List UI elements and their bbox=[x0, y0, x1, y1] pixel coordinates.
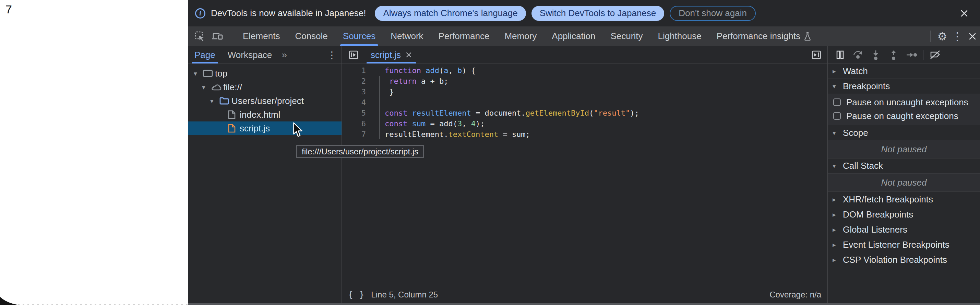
chevron-right-icon[interactable]: ▸ bbox=[832, 241, 843, 249]
chevron-right-icon[interactable]: ▸ bbox=[832, 67, 843, 75]
cursor-position: Line 5, Column 25 bbox=[371, 290, 438, 300]
frame-icon bbox=[203, 69, 215, 78]
hide-navigator-icon[interactable] bbox=[346, 47, 361, 62]
navigator-tab-page[interactable]: Page bbox=[188, 46, 221, 64]
dont-show-again-button[interactable]: Don't show again bbox=[670, 6, 756, 21]
partial-cursor bbox=[0, 297, 20, 305]
pretty-print-icon[interactable]: { } bbox=[348, 290, 365, 300]
devtools-tabbar: Elements Console Sources Network Perform… bbox=[188, 26, 980, 46]
chevron-down-icon[interactable]: ▾ bbox=[832, 129, 843, 137]
mouse-cursor bbox=[292, 122, 303, 138]
section-dom-breakpoints[interactable]: ▸ DOM Breakpoints bbox=[828, 207, 980, 222]
screen: 7 i DevTools is now available in Japanes… bbox=[0, 0, 980, 305]
devtools-close-icon[interactable] bbox=[965, 29, 980, 44]
device-toolbar-icon[interactable] bbox=[210, 29, 225, 44]
tab-sources[interactable]: Sources bbox=[336, 26, 383, 46]
tree-item-project-folder[interactable]: ▾ Users/user/project bbox=[188, 94, 342, 108]
code-line: 1 function add(a, b) { bbox=[342, 65, 827, 76]
editor-statusbar: { } Line 5, Column 25 Coverage: n/a bbox=[342, 286, 827, 303]
chevron-right-icon[interactable]: ▸ bbox=[832, 256, 843, 264]
tree-item-index-html[interactable]: index.html bbox=[188, 108, 342, 121]
step-icon[interactable] bbox=[902, 47, 920, 62]
checkbox-unchecked[interactable] bbox=[833, 99, 841, 106]
cloud-icon bbox=[211, 83, 223, 91]
code-line: 2 return a + b; bbox=[342, 76, 827, 86]
divider bbox=[930, 30, 931, 42]
infobar-message: DevTools is now available in Japanese! bbox=[211, 8, 366, 19]
file-tab-script-js[interactable]: script.js bbox=[364, 46, 418, 64]
code-editor[interactable]: 1 function add(a, b) { 2 return a + b; 3… bbox=[342, 64, 827, 286]
navigator-tab-workspace[interactable]: Workspace bbox=[221, 46, 278, 64]
pause-caught-row[interactable]: Pause on caught exceptions bbox=[828, 109, 980, 123]
tree-item-script-js[interactable]: script.js bbox=[188, 121, 342, 135]
chevron-down-icon[interactable]: ▾ bbox=[194, 70, 203, 78]
tree-item-file-protocol[interactable]: ▾ file:// bbox=[188, 80, 342, 94]
more-tabs-icon[interactable]: » bbox=[278, 50, 290, 61]
tab-network[interactable]: Network bbox=[383, 26, 431, 46]
kebab-menu-icon[interactable]: ⋮ bbox=[950, 29, 965, 44]
step-into-icon[interactable] bbox=[867, 47, 885, 62]
switch-to-japanese-button[interactable]: Switch DevTools to Japanese bbox=[531, 6, 665, 21]
language-infobar: i DevTools is now available in Japanese!… bbox=[188, 0, 980, 26]
section-scope[interactable]: ▾ Scope bbox=[828, 125, 980, 141]
debugger-sidebar: ▸ Watch ▾ Breakpoints Pause on uncaught … bbox=[827, 46, 980, 303]
debugger-toolbar bbox=[828, 46, 980, 64]
pause-script-icon[interactable] bbox=[831, 47, 849, 62]
section-event-listener-breakpoints[interactable]: ▸ Event Listener Breakpoints bbox=[828, 237, 980, 252]
step-over-icon[interactable] bbox=[849, 47, 867, 62]
section-csp-violation-breakpoints[interactable]: ▸ CSP Violation Breakpoints bbox=[828, 252, 980, 267]
scope-content: Not paused bbox=[828, 141, 980, 158]
settings-gear-icon[interactable]: ⚙ bbox=[935, 29, 950, 44]
file-path-tooltip: file:///Users/user/project/script.js bbox=[296, 145, 424, 158]
section-xhr-breakpoints[interactable]: ▸ XHR/fetch Breakpoints bbox=[828, 192, 980, 207]
always-match-language-button[interactable]: Always match Chrome's language bbox=[375, 6, 526, 21]
code-line: 5 const resultElement = document.getElem… bbox=[342, 108, 827, 118]
chevron-down-icon[interactable]: ▾ bbox=[832, 162, 843, 170]
close-tab-icon[interactable] bbox=[406, 52, 412, 58]
navigator-tabbar: Page Workspace » ⋮ bbox=[188, 46, 342, 64]
chevron-down-icon[interactable]: ▾ bbox=[832, 82, 843, 90]
sources-navigator-panel: Page Workspace » ⋮ ▾ top bbox=[188, 46, 342, 303]
section-call-stack[interactable]: ▾ Call Stack bbox=[828, 158, 980, 174]
page-result-text: 7 bbox=[5, 3, 12, 16]
code-line: 6 const sum = add(3, 4); bbox=[342, 118, 827, 129]
folder-icon bbox=[219, 97, 231, 105]
chevron-right-icon[interactable]: ▸ bbox=[832, 226, 843, 234]
chevron-down-icon[interactable]: ▾ bbox=[210, 97, 219, 105]
coverage-status: Coverage: n/a bbox=[770, 290, 821, 300]
tab-performance-insights[interactable]: Performance insights bbox=[709, 26, 819, 46]
pause-uncaught-row[interactable]: Pause on uncaught exceptions bbox=[828, 95, 980, 109]
info-icon: i bbox=[195, 8, 205, 19]
call-stack-content: Not paused bbox=[828, 174, 980, 192]
chevron-right-icon[interactable]: ▸ bbox=[832, 196, 843, 203]
deactivate-breakpoints-icon[interactable] bbox=[926, 47, 944, 62]
code-line: 4 bbox=[342, 97, 827, 108]
code-line: 7 resultElement.textContent = sum; bbox=[342, 129, 827, 140]
navigator-kebab-icon[interactable]: ⋮ bbox=[327, 50, 337, 61]
editor-tabbar: script.js bbox=[342, 46, 827, 64]
gutter-guide-line bbox=[379, 76, 380, 139]
tab-lighthouse[interactable]: Lighthouse bbox=[650, 26, 709, 46]
flask-icon bbox=[804, 32, 811, 41]
js-file-icon bbox=[228, 123, 240, 133]
tab-security[interactable]: Security bbox=[603, 26, 651, 46]
show-debugger-sidebar-icon[interactable] bbox=[809, 47, 824, 62]
inspect-element-icon[interactable] bbox=[192, 29, 207, 44]
section-watch[interactable]: ▸ Watch bbox=[828, 64, 980, 79]
scope-not-paused: Not paused bbox=[828, 141, 980, 158]
tree-item-top[interactable]: ▾ top bbox=[188, 67, 342, 80]
section-global-listeners[interactable]: ▸ Global Listeners bbox=[828, 222, 980, 237]
tab-elements[interactable]: Elements bbox=[235, 26, 287, 46]
tab-performance[interactable]: Performance bbox=[431, 26, 497, 46]
sidebar-bottom-strip bbox=[828, 286, 980, 303]
chevron-down-icon[interactable]: ▾ bbox=[202, 83, 211, 91]
infobar-close-icon[interactable] bbox=[957, 6, 972, 21]
tab-console[interactable]: Console bbox=[287, 26, 335, 46]
tab-application[interactable]: Application bbox=[544, 26, 603, 46]
call-stack-not-paused: Not paused bbox=[828, 174, 980, 192]
step-out-icon[interactable] bbox=[885, 47, 902, 62]
section-breakpoints[interactable]: ▾ Breakpoints bbox=[828, 79, 980, 94]
checkbox-unchecked[interactable] bbox=[833, 112, 841, 120]
chevron-right-icon[interactable]: ▸ bbox=[832, 211, 843, 219]
tab-memory[interactable]: Memory bbox=[497, 26, 544, 46]
